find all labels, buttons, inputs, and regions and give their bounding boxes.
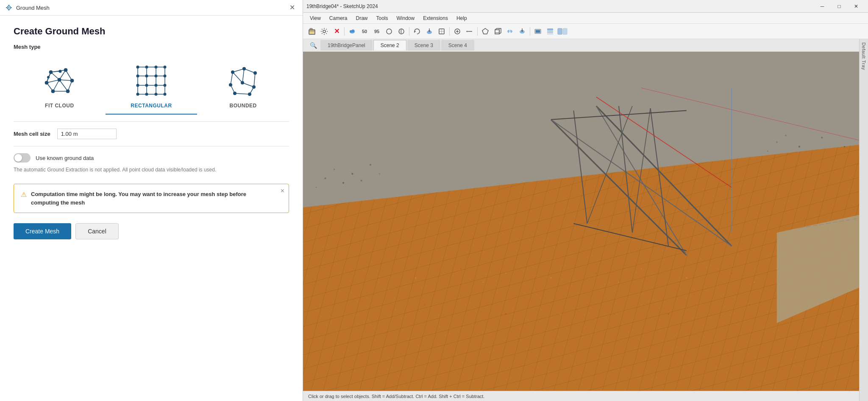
toolbar-btn-cube[interactable] [492, 26, 503, 37]
dialog-panel: Ground Mesh ✕ Create Ground Mesh Mesh ty… [0, 0, 303, 401]
close-red-button[interactable]: ✕ [331, 26, 342, 37]
window-title-text: 19thBridge04* - SketchUp 2024 [306, 3, 378, 9]
menu-draw[interactable]: Draw [352, 14, 371, 22]
bounded-label: BOUNDED [230, 103, 257, 109]
button-row: Create Mesh Cancel [14, 223, 289, 250]
svg-point-38 [136, 66, 139, 69]
mesh-type-fit-cloud[interactable]: FIT CLOUD [14, 57, 106, 115]
svg-point-147 [451, 313, 452, 314]
svg-point-151 [559, 313, 561, 314]
toolbar-separator-5 [530, 27, 530, 36]
svg-point-135 [573, 286, 574, 287]
title-bar-label: Ground Mesh [16, 5, 50, 11]
toolbar-btn-layers[interactable] [545, 26, 556, 37]
warning-text-bold: Computation time might be long. You may … [31, 191, 246, 206]
toolbar-btn-cloud-arrow[interactable] [504, 26, 515, 37]
toolbar-btn-upload-cloud[interactable] [517, 26, 528, 37]
toolbar-btn-50[interactable]: 50 [359, 26, 370, 37]
tab-scene2[interactable]: Scene 2 [373, 40, 406, 50]
menu-help[interactable]: Help [453, 14, 470, 22]
open-button[interactable] [306, 26, 317, 37]
svg-point-138 [641, 268, 642, 269]
svg-rect-73 [310, 28, 312, 30]
toolbar-btn-more[interactable] [557, 26, 568, 37]
menu-camera[interactable]: Camera [326, 14, 351, 22]
maximize-button[interactable]: □ [831, 2, 848, 11]
toolbar-btn-cloud1[interactable] [347, 26, 358, 37]
svg-point-110 [361, 179, 362, 181]
toolbar-separator-3 [449, 27, 450, 36]
settings-button[interactable] [319, 26, 330, 37]
svg-point-74 [323, 30, 326, 33]
svg-point-143 [754, 282, 754, 283]
warning-text: Computation time might be long. You may … [31, 190, 272, 207]
menu-bar: View Camera Draw Tools Window Extensions… [303, 13, 868, 24]
status-text: Click or drag to select objects. Shift =… [308, 394, 484, 399]
dialog-close-button[interactable]: ✕ [287, 3, 298, 12]
menu-view[interactable]: View [306, 14, 324, 22]
toolbar-btn-dot-lines[interactable] [464, 26, 475, 37]
window-controls: ─ □ ✕ [814, 2, 865, 11]
menu-extensions[interactable]: Extensions [420, 14, 451, 22]
toolbar-btn-polygon[interactable] [480, 26, 491, 37]
toolbar-btn-layer[interactable] [532, 26, 543, 37]
window-title-bar: 19thBridge04* - SketchUp 2024 ─ □ ✕ [303, 0, 868, 13]
svg-point-51 [145, 93, 148, 96]
toolbar-btn-95[interactable]: 95 [371, 26, 382, 37]
mesh-type-bounded[interactable]: BOUNDED [197, 57, 289, 115]
create-mesh-button[interactable]: Create Mesh [14, 223, 71, 239]
toolbar-btn-plus-circle[interactable] [452, 26, 463, 37]
tab-scene3[interactable]: Scene 3 [407, 40, 440, 50]
toolbar-btn-arrow-loop[interactable] [412, 26, 423, 37]
svg-line-65 [233, 72, 242, 83]
svg-point-109 [379, 173, 380, 174]
svg-rect-72 [309, 30, 315, 34]
svg-point-137 [618, 282, 619, 283]
mesh-cell-size-input[interactable] [57, 129, 117, 139]
svg-marker-87 [482, 28, 488, 34]
svg-point-113 [798, 146, 800, 148]
tab-scene4[interactable]: Scene 4 [441, 40, 474, 50]
tab-19thbridgepanel[interactable]: 19thBridgePanel [320, 40, 373, 50]
svg-rect-94 [536, 30, 540, 33]
svg-line-17 [68, 81, 72, 91]
toolbar-btn-shape[interactable] [436, 26, 447, 37]
dialog-main-title: Create Ground Mesh [14, 26, 289, 37]
default-tray-label[interactable]: Default Tray [859, 39, 868, 401]
fit-cloud-mesh-icon [42, 64, 76, 98]
warning-close-button[interactable]: × [281, 188, 284, 194]
warning-icon: ⚠ [21, 191, 27, 199]
toolbar-btn-halfcircle[interactable] [396, 26, 407, 37]
viewport[interactable] [303, 52, 859, 391]
ground-mesh-icon [5, 4, 13, 11]
svg-line-69 [250, 87, 254, 94]
svg-line-24 [47, 80, 59, 83]
svg-point-146 [424, 305, 425, 306]
svg-point-111 [776, 141, 778, 143]
toolbar-btn-cloud-up[interactable] [424, 26, 435, 37]
svg-point-128 [415, 277, 416, 278]
svg-point-154 [641, 305, 642, 306]
dialog-body: Create Ground Mesh Mesh type [0, 16, 303, 401]
svg-point-156 [695, 305, 696, 306]
minimize-button[interactable]: ─ [814, 2, 831, 11]
svg-point-140 [686, 277, 687, 278]
svg-point-115 [821, 137, 823, 138]
svg-point-133 [528, 291, 529, 292]
menu-window[interactable]: Window [393, 14, 418, 22]
svg-line-23 [59, 80, 72, 81]
menu-tools[interactable]: Tools [373, 14, 392, 22]
dialog-title-bar: Ground Mesh ✕ [0, 0, 303, 16]
svg-point-148 [479, 305, 479, 306]
window-close-button[interactable]: ✕ [848, 2, 865, 11]
viewport-search-icon[interactable]: 🔍 [306, 42, 320, 49]
svg-point-44 [155, 75, 158, 78]
tabs-bar: 🔍 19thBridgePanel Scene 2 Scene 3 Scene … [303, 39, 859, 52]
toolbar-btn-circle[interactable] [384, 26, 395, 37]
divider-2 [14, 146, 289, 146]
cancel-button[interactable]: Cancel [75, 223, 119, 239]
ground-data-toggle[interactable] [14, 153, 31, 163]
rectangular-label: RECTANGULAR [131, 103, 172, 109]
mesh-type-rectangular[interactable]: RECTANGULAR [106, 57, 198, 115]
svg-point-50 [136, 93, 139, 96]
